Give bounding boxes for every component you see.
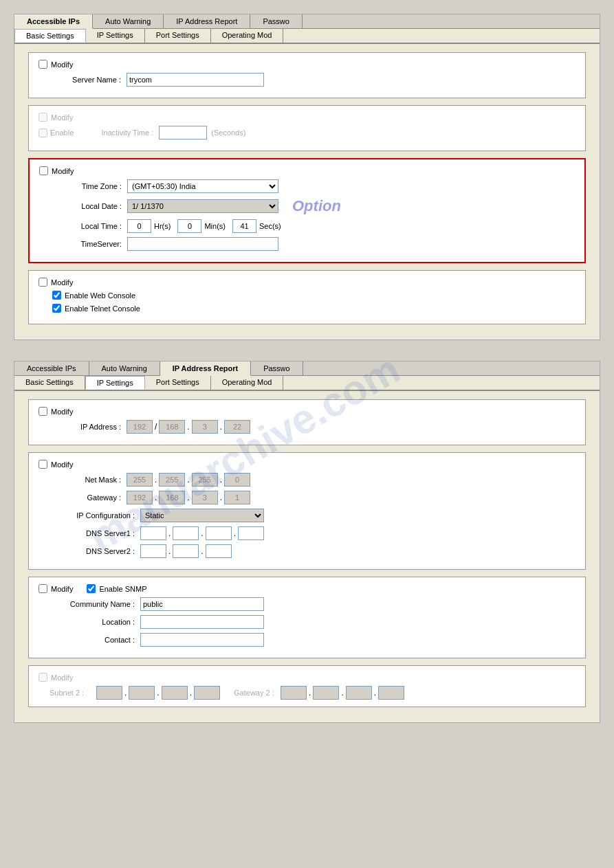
dns2-seg2[interactable] (173, 544, 199, 558)
location-label: Location : (39, 618, 135, 626)
modify-timezone-checkbox[interactable] (39, 166, 48, 175)
gateway-label: Gateway : (39, 493, 121, 502)
gw4-input[interactable] (224, 491, 250, 504)
section-subnet2: Modify Subnet 2 : . . . Gateway 2 : (28, 665, 586, 707)
timeserver-input[interactable] (127, 237, 278, 251)
modify-subnet2-label: Modify (51, 674, 73, 682)
inactivity-time-input[interactable] (159, 126, 207, 140)
timezone-select[interactable]: (GMT+05:30) India (127, 179, 278, 193)
dns1-seg1[interactable] (140, 526, 166, 540)
ip-config-select[interactable]: Static (140, 509, 264, 522)
ip-seg1-input[interactable] (127, 420, 153, 434)
localdate-row: Local Date : 1/ 1/1370 Option (39, 197, 575, 215)
community-input[interactable] (140, 597, 264, 611)
dns2-row: DNS Server2 : . . (39, 544, 575, 558)
enable-snmp-label: Enable SNMP (99, 585, 146, 593)
inactivity-time-label: Inactivity Time : (85, 129, 153, 137)
ip-config-label: IP Configuration : (39, 511, 135, 520)
nm3-input[interactable] (192, 473, 218, 487)
subnet2-seg3[interactable] (162, 686, 188, 700)
panel2-tab-port-settings[interactable]: Port Settings (145, 376, 211, 390)
panel2-tab-basic-settings[interactable]: Basic Settings (14, 376, 85, 390)
ip-dot3: . (219, 422, 223, 432)
nm-dot1: . (154, 475, 157, 485)
enable-inactivity-checkbox[interactable] (39, 129, 47, 137)
modify-netmask-checkbox[interactable] (39, 460, 47, 469)
modify-subnet2-row: Modify (39, 673, 575, 682)
section-console: Modify Enable Web Console Enable Telnet … (28, 270, 586, 324)
modify-subnet2-checkbox[interactable] (39, 673, 47, 682)
gateway2-label: Gateway 2 : (234, 689, 275, 697)
panel2-tab-operating-mod[interactable]: Operating Mod (211, 376, 284, 390)
gw1-input[interactable] (127, 491, 153, 504)
ip-seg2-input[interactable] (159, 420, 185, 434)
dns1-seg2[interactable] (173, 526, 199, 540)
ip-seg3-input[interactable] (192, 420, 218, 434)
panel1-content: Modify Server Name : Modify Enable Inact… (14, 44, 600, 340)
tab-ip-settings[interactable]: IP Settings (86, 29, 145, 43)
modify-console-checkbox[interactable] (39, 278, 47, 287)
contact-input[interactable] (140, 633, 264, 647)
panel2-tab-accessible-ips[interactable]: Accessible IPs (14, 361, 89, 375)
tab-passwo[interactable]: Passwo (250, 14, 303, 28)
ip-dot2: . (186, 422, 190, 432)
subnet2-seg2[interactable] (129, 686, 155, 700)
tab-row-1: Accessible IPs Auto Warning IP Address R… (14, 14, 600, 29)
dns1-seg3[interactable] (206, 526, 232, 540)
modify-ip-checkbox[interactable] (39, 407, 47, 416)
localdate-select[interactable]: 1/ 1/1370 (127, 199, 278, 213)
telnet-console-checkbox[interactable] (52, 304, 61, 313)
nm2-input[interactable] (159, 473, 185, 487)
tab-port-settings[interactable]: Port Settings (145, 29, 211, 43)
nm1-input[interactable] (127, 473, 153, 487)
modify-inactivity-row: Modify (39, 113, 575, 122)
panel2-tab-ip-address-report[interactable]: IP Address Report (160, 361, 251, 376)
nm-dot3: . (219, 475, 223, 485)
web-console-row: Enable Web Console (52, 291, 575, 300)
s2-dot2: . (156, 688, 160, 698)
tab-auto-warning[interactable]: Auto Warning (93, 14, 164, 28)
subnet2-seg1[interactable] (96, 686, 122, 700)
localtime-hr-input[interactable] (127, 219, 151, 233)
hrs-label: Hr(s) (154, 222, 171, 230)
community-label: Community Name : (39, 600, 135, 608)
dns1-seg4[interactable] (238, 526, 264, 540)
gw2-seg2[interactable] (313, 686, 339, 700)
panel2-tab-auto-warning[interactable]: Auto Warning (89, 361, 160, 375)
modify-server-name-row: Modify (39, 60, 575, 69)
section-ip-address: Modify IP Address : / . . (28, 399, 586, 445)
modify-netmask-row: Modify (39, 460, 575, 469)
subnet2-seg4[interactable] (194, 686, 220, 700)
tab-ip-address-report[interactable]: IP Address Report (164, 14, 250, 28)
modify-server-name-checkbox[interactable] (39, 60, 47, 69)
dns2-seg1[interactable] (140, 544, 166, 558)
location-input[interactable] (140, 615, 264, 629)
gw2-seg3[interactable] (346, 686, 372, 700)
web-console-checkbox[interactable] (52, 291, 61, 300)
modify-inactivity-checkbox[interactable] (39, 113, 47, 122)
enable-snmp-checkbox[interactable] (87, 584, 96, 593)
nm4-input[interactable] (224, 473, 250, 487)
modify-timezone-row: Modify (39, 166, 575, 175)
localtime-sec-input[interactable] (232, 219, 256, 233)
ip-seg4-input[interactable] (224, 420, 250, 434)
gw2-seg4[interactable] (378, 686, 404, 700)
gw2-input[interactable] (159, 491, 185, 504)
tab-basic-settings[interactable]: Basic Settings (14, 29, 86, 43)
server-name-input[interactable] (127, 73, 264, 87)
localtime-min-input[interactable] (177, 219, 201, 233)
gw2-seg1[interactable] (281, 686, 307, 700)
modify-snmp-checkbox[interactable] (39, 584, 47, 593)
panel2-tab-passwo[interactable]: Passwo (251, 361, 303, 375)
panel2-tab-ip-settings[interactable]: IP Settings (85, 376, 145, 390)
localtime-row: Local Time : Hr(s) Min(s) Sec(s) (39, 219, 575, 233)
dns2-seg3[interactable] (206, 544, 232, 558)
g2-dot1: . (308, 688, 311, 698)
tab-accessible-ips[interactable]: Accessible IPs (14, 14, 93, 29)
g2-dot2: . (340, 688, 344, 698)
dns1-dot2: . (200, 528, 204, 538)
gw3-input[interactable] (192, 491, 218, 504)
modify-netmask-label: Modify (51, 460, 73, 469)
s2-dot3: . (189, 688, 193, 698)
tab-operating-mod[interactable]: Operating Mod (211, 29, 284, 43)
